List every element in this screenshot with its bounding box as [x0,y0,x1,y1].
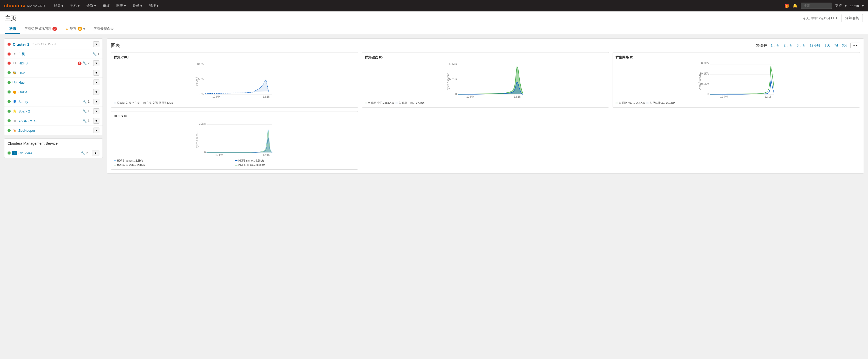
wrench-icon: 🔧 [83,61,87,65]
legend-item: HDFS names... 2.8b/s [114,159,234,162]
menu-item-admin[interactable]: 管理 ▾ [146,2,162,10]
time-12h[interactable]: 12 小时 [809,43,822,48]
svg-text:12:15: 12:15 [765,95,771,98]
time-2h[interactable]: 2 小时 [783,43,794,48]
menu-item-charts[interactable]: 图表 ▾ [113,2,129,10]
list-item: ≡ 主机 🔧 1 [4,50,102,58]
time-6h[interactable]: 6 小时 [796,43,807,48]
wrench-icon: 🔧 [81,151,85,155]
chart-disk: 群集磁盘 IO 1.9M/s 977K/s 0 bytes / second 1… [362,52,609,108]
service-name-spark[interactable]: Spark 2 [19,109,42,113]
gift-icon[interactable]: 🎁 [784,3,789,8]
support-link[interactable]: 支持 [835,3,842,8]
legend-label: 各 磁盘 中的... [399,101,415,105]
main-content: Cluster 1 CDH 5.11.2, Parcel ▾ ≡ 主机 🔧 1 [0,34,868,178]
search-input[interactable] [801,3,832,9]
service-icon-hue: Hu [12,80,17,85]
svg-text:12 PM: 12 PM [212,95,220,98]
legend-label: Cluster 1, 整个 主机 中的 主机 CPU 使用率 [117,101,167,105]
menu-item-cluster[interactable]: 群集 ▾ [51,2,66,10]
legend-item: 各 磁盘 中的... 272K/s [395,101,424,105]
service-name-hive[interactable]: Hive [19,71,42,75]
list-item: 🦒 ZooKeeper ▾ [4,126,102,135]
edit-charts-button[interactable]: ✏ ▾ [850,42,860,48]
tab-health-issues[interactable]: 所有运行状况问题 2 [20,24,61,34]
svg-text:1.9M/s: 1.9M/s [448,62,457,65]
service-icon-oozie: ⬤ [12,90,17,94]
dropdown-button[interactable]: ▾ [93,80,99,85]
add-cluster-button[interactable]: 添加群集 [841,14,863,22]
list-item: 👤 Sentry 🔧 1 ▾ [4,97,102,107]
list-item: ⭐ Spark 2 🔧 1 ▾ [4,107,102,116]
service-status-dot [7,129,11,132]
charts-top-row: 群集 CPU 100% 50% 0% percent 12 [111,52,860,108]
cluster-card: Cluster 1 CDH 5.11.2, Parcel ▾ ≡ 主机 🔧 1 [4,38,103,135]
service-name-hosts[interactable]: 主机 [19,52,42,56]
charts-panel: 图表 30 分钟 1 小时 2 小时 6 小时 12 小时 1 天 7d 30d… [107,38,864,174]
time-1h[interactable]: 1 小时 [770,43,781,48]
legend-value: 2.8b/s [135,159,143,162]
dropdown-button[interactable]: ▾ [93,108,99,114]
menu-item-audit[interactable]: 审核 [100,2,113,10]
chart-hdfs-container: HDFS IO 10b/s 0 bytes / seco... 12 PM 12… [111,111,358,170]
top-menu: 群集 ▾ 主机 ▾ 诊断 ▾ 审核 图表 ▾ 备份 ▾ 管理 ▾ [51,2,784,10]
svg-text:12:15: 12:15 [514,95,521,98]
cluster-version: CDH 5.11.2, Parcel [31,42,56,46]
service-icon-cloudera: C [12,151,17,155]
bell-icon[interactable]: 🔔 [793,3,798,8]
time-1d[interactable]: 1 天 [824,43,831,48]
tab-recent-commands[interactable]: 所有最新命令 [89,24,118,34]
cluster-dropdown-button[interactable]: ▾ [93,41,99,47]
dropdown-button[interactable]: ▾ [93,70,99,76]
dropdown-button[interactable]: ▾ [93,89,99,95]
menu-item-diagnostic[interactable]: 诊断 ▾ [83,2,99,10]
legend-label: HDFS names... [117,159,135,162]
menu-item-backup[interactable]: 备份 ▾ [129,2,145,10]
legend-item: HDFS name... 0.98b/s [235,159,355,162]
top-navigation: cloudera MANAGER 群集 ▾ 主机 ▾ 诊断 ▾ 审核 图表 ▾ … [0,0,868,11]
service-name-hdfs[interactable]: HDFS [19,61,42,65]
charts-header: 图表 30 分钟 1 小时 2 小时 6 小时 12 小时 1 天 7d 30d… [111,42,860,49]
tab-status[interactable]: 状态 [5,24,20,34]
dropdown-button[interactable]: ▾ [93,127,99,133]
legend-color [646,102,649,103]
svg-text:bytes / second: bytes / second [446,73,450,90]
dropdown-button[interactable]: ▾ [93,118,99,124]
svg-text:19.5K/s: 19.5K/s [700,82,709,86]
legend-label: HDFS name... [238,159,255,162]
legend-value: 0.98b/s [256,163,265,167]
chart-hdfs-area: 10b/s 0 bytes / seco... 12 PM 12:15 [114,120,355,157]
svg-text:12 PM: 12 PM [466,95,474,98]
admin-link[interactable]: admin [850,4,859,8]
warning-icon: ⚙ [65,27,69,31]
service-name-zookeeper[interactable]: ZooKeeper [19,128,42,132]
health-issues-badge: 2 [53,27,57,31]
error-badge: 1 [78,62,82,65]
legend-color [235,165,238,166]
service-name-yarn[interactable]: YARN (MR... [19,119,42,123]
dropdown-button[interactable]: ▲ [92,150,99,156]
dropdown-button[interactable]: ▾ [93,99,99,104]
service-dropdown-hdfs[interactable]: ▾ [93,60,99,66]
service-name-hue[interactable]: Hue [19,81,42,84]
service-warnings: 🔧 1 [92,52,99,56]
service-name-sentry[interactable]: Sentry [19,100,42,103]
legend-value: 272K/s [416,101,424,104]
logo[interactable]: cloudera MANAGER [4,3,45,8]
tab-config[interactable]: ⚙ 配置 8 ▾ [61,24,89,34]
service-name-cloudera[interactable]: Cloudera ... [19,151,42,155]
dropdown-button[interactable]: ▾ [93,60,99,66]
logo-manager-text: MANAGER [27,4,45,7]
warn-count: 1 [98,52,99,56]
service-status-dot [7,100,11,103]
time-7d[interactable]: 7d [833,43,839,48]
chevron-down-icon: ▾ [94,4,96,8]
cluster-name[interactable]: Cluster 1 [13,42,29,47]
time-30min[interactable]: 30 分钟 [755,43,768,48]
svg-text:10b/s: 10b/s [199,122,206,125]
wrench-icon: 🔧 [83,119,87,123]
chart-hdfs-title: HDFS IO [114,114,355,118]
time-30d[interactable]: 30d [841,43,848,48]
menu-item-host[interactable]: 主机 ▾ [67,2,83,10]
service-name-oozie[interactable]: Oozie [19,90,42,94]
